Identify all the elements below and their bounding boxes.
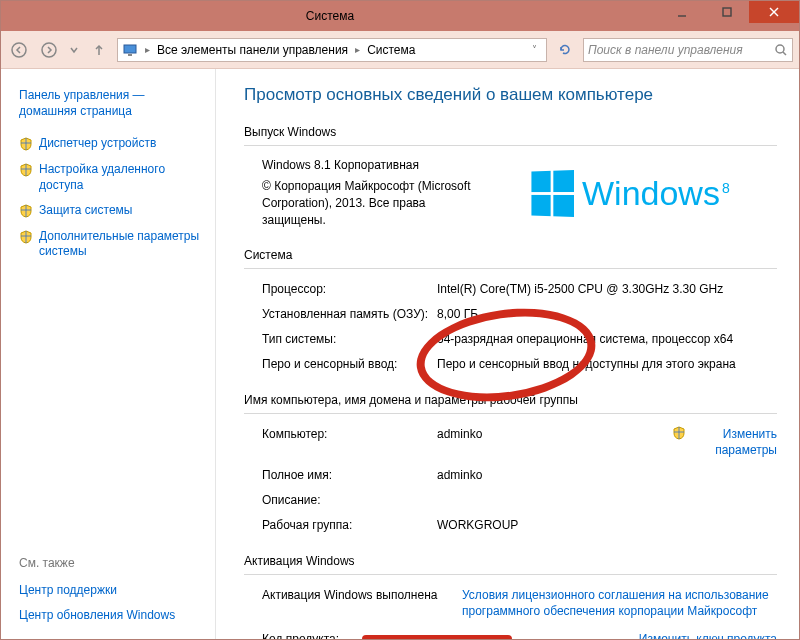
forward-button[interactable] — [37, 38, 61, 62]
system-protection-link[interactable]: Защита системы — [19, 198, 205, 224]
refresh-button[interactable] — [553, 38, 577, 62]
svg-rect-6 — [124, 45, 136, 53]
desc-value — [437, 492, 672, 509]
recent-dropdown[interactable] — [67, 38, 81, 62]
breadcrumb-segment-system[interactable]: Система — [365, 43, 417, 57]
remote-settings-link[interactable]: Настройка удаленного доступа — [19, 157, 205, 198]
sidebar-label: Центр обновления Windows — [19, 608, 175, 624]
logo-text: Windows — [582, 174, 720, 212]
eula-link[interactable]: Условия лицензионного соглашения на испо… — [462, 587, 777, 619]
window-title: Система — [1, 9, 659, 23]
svg-line-9 — [783, 52, 786, 55]
windows-logo-icon — [531, 170, 574, 217]
ram-value: 8,00 ГБ — [437, 306, 777, 323]
sidebar-label: Центр поддержки — [19, 583, 117, 599]
edition-block: Windows 8.1 Корпоративная © Корпорация М… — [244, 154, 777, 228]
shield-icon — [672, 426, 686, 440]
product-key-label: Код продукта: — [262, 631, 362, 639]
copyright-text: © Корпорация Майкрософт (Microsoft Corpo… — [262, 178, 492, 228]
fullname-label: Полное имя: — [262, 467, 437, 484]
up-button[interactable] — [87, 38, 111, 62]
body: Панель управления — домашняя страница Ди… — [1, 69, 799, 639]
chevron-down-icon[interactable]: ˅ — [529, 44, 540, 55]
logo-version: 8 — [722, 180, 730, 196]
page-heading: Просмотр основных сведений о вашем компь… — [244, 85, 777, 119]
shield-icon — [19, 230, 33, 244]
toolbar: ▸ Все элементы панели управления ▸ Систе… — [1, 31, 799, 69]
pen-touch-label: Перо и сенсорный ввод: — [262, 356, 437, 373]
computer-label: Компьютер: — [262, 426, 437, 460]
window-buttons — [659, 1, 799, 31]
sidebar-label: Диспетчер устройств — [39, 136, 156, 152]
ram-label: Установленная память (ОЗУ): — [262, 306, 437, 323]
shield-icon — [19, 204, 33, 218]
windows-update-link[interactable]: Центр обновления Windows — [19, 603, 205, 629]
titlebar: Система — [1, 1, 799, 31]
cpu-label: Процессор: — [262, 281, 437, 298]
breadcrumb-segment-cp[interactable]: Все элементы панели управления — [155, 43, 350, 57]
see-also-heading: См. также — [19, 550, 205, 578]
sidebar-label: Настройка удаленного доступа — [39, 162, 205, 193]
minimize-button[interactable] — [659, 1, 704, 23]
activation-status: Активация Windows выполнена — [262, 587, 462, 619]
device-manager-link[interactable]: Диспетчер устройств — [19, 131, 205, 157]
change-settings-label: Изменить параметры — [690, 426, 777, 460]
sidebar: Панель управления — домашняя страница Ди… — [1, 69, 216, 639]
system-section-title: Система — [244, 242, 777, 269]
svg-rect-7 — [128, 54, 132, 56]
chevron-right-icon: ▸ — [142, 44, 153, 55]
search-icon — [774, 43, 788, 57]
redacted-scribble — [362, 635, 512, 639]
activation-section-title: Активация Windows — [244, 548, 777, 575]
breadcrumb[interactable]: ▸ Все элементы панели управления ▸ Систе… — [117, 38, 547, 62]
action-center-link[interactable]: Центр поддержки — [19, 578, 205, 604]
close-button[interactable] — [749, 1, 799, 23]
cp-home-link[interactable]: Панель управления — домашняя страница — [19, 83, 205, 131]
content: Просмотр основных сведений о вашем компь… — [216, 69, 799, 639]
change-key-link[interactable]: Изменить ключ продукта — [639, 631, 777, 639]
sidebar-label: Дополнительные параметры системы — [39, 229, 205, 260]
fullname-value: adminko — [437, 467, 672, 484]
svg-point-5 — [42, 43, 56, 57]
search-placeholder: Поиск в панели управления — [588, 43, 743, 57]
pen-touch-value: Перо и сенсорный ввод недоступны для это… — [437, 356, 777, 373]
cpu-value: Intel(R) Core(TM) i5-2500 CPU @ 3.30GHz … — [437, 281, 777, 298]
back-button[interactable] — [7, 38, 31, 62]
maximize-button[interactable] — [704, 1, 749, 23]
workgroup-value: WORKGROUP — [437, 517, 672, 534]
svg-point-4 — [12, 43, 26, 57]
computer-icon — [122, 42, 138, 58]
chevron-right-icon: ▸ — [352, 44, 363, 55]
desc-label: Описание: — [262, 492, 437, 509]
shield-icon — [19, 163, 33, 177]
sidebar-label: Защита системы — [39, 203, 132, 219]
edition-name: Windows 8.1 Корпоративная — [262, 154, 511, 178]
advanced-settings-link[interactable]: Дополнительные параметры системы — [19, 224, 205, 265]
svg-rect-1 — [723, 8, 731, 16]
edition-section-title: Выпуск Windows — [244, 119, 777, 146]
name-section-title: Имя компьютера, имя домена и параметры р… — [244, 387, 777, 414]
system-properties-window: Система ▸ Все элементы панели управления… — [0, 0, 800, 640]
change-settings-link[interactable]: Изменить параметры — [672, 426, 777, 460]
shield-icon — [19, 137, 33, 151]
computer-value: adminko — [437, 426, 672, 460]
search-input[interactable]: Поиск в панели управления — [583, 38, 793, 62]
workgroup-label: Рабочая группа: — [262, 517, 437, 534]
product-key-value — [362, 631, 512, 639]
system-type-value: 64-разрядная операционная система, проце… — [437, 331, 777, 348]
system-type-label: Тип системы: — [262, 331, 437, 348]
windows-logo: Windows8 — [527, 154, 777, 228]
svg-point-8 — [776, 45, 784, 53]
